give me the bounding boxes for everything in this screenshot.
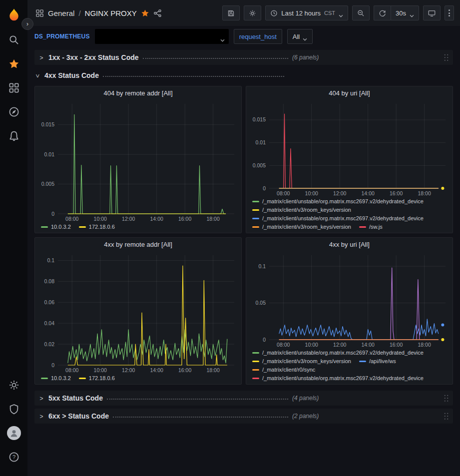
variable-label-text: request_host [239, 33, 277, 40]
chevron-down-icon [339, 11, 343, 14]
series-color-swatch [252, 361, 259, 362]
panel-title[interactable]: 4xx by uri [All] [246, 238, 453, 251]
more-options-kebab-icon[interactable] [445, 5, 454, 20]
row-drag-handle-icon[interactable] [444, 394, 449, 403]
legend-label: /_matrix/client/v3/room_keys/version [262, 224, 351, 230]
time-series-chart[interactable]: 00.020.040.060.080.108:0010:0012:0014:00… [35, 251, 241, 374]
legend-label: /api/live/ws [369, 358, 396, 364]
row-4xx[interactable]: > 4xx Status Code [34, 68, 453, 83]
legend-item[interactable]: /_matrix/client/unstable/org.matrix.msc2… [252, 198, 424, 204]
svg-text:08:00: 08:00 [277, 342, 290, 348]
row-title: 4xx Status Code [44, 71, 99, 79]
save-dashboard-button[interactable] [222, 5, 240, 20]
svg-text:0: 0 [51, 211, 54, 217]
legend-item[interactable]: /_matrix/client/v3/room_keys/version [252, 358, 351, 364]
time-series-chart[interactable]: 00.050.108:0010:0012:0014:0016:0018:00 [246, 251, 453, 349]
refresh-interval-dropdown[interactable]: 30s [391, 5, 419, 20]
legend-item[interactable]: /_matrix/client/unstable/org.matrix.msc2… [252, 215, 424, 221]
panel-legend: /_matrix/client/unstable/org.matrix.msc2… [246, 349, 453, 384]
row-collapse-chevron-icon: > [38, 395, 44, 402]
refresh-group: 30s [374, 5, 419, 20]
legend-item[interactable]: /api/live/ws [359, 358, 396, 364]
panel-4xx-by-uri: 4xx by uri [All] 00.050.108:0010:0012:00… [246, 237, 453, 385]
configuration-gear-icon[interactable] [0, 373, 27, 397]
svg-text:12:00: 12:00 [122, 216, 135, 222]
series-color-swatch [252, 352, 259, 354]
svg-text:12:00: 12:00 [333, 190, 346, 196]
svg-text:08:00: 08:00 [277, 190, 290, 196]
chevron-down-icon [303, 35, 307, 38]
share-icon[interactable] [153, 9, 162, 17]
legend-item[interactable]: /_matrix/client/v3/room_keys/version [252, 224, 351, 230]
refresh-interval-label: 30s [396, 9, 406, 17]
time-series-chart[interactable]: 00.0050.010.01508:0010:0012:0014:0016:00… [35, 100, 241, 223]
tv-mode-button[interactable] [423, 5, 441, 20]
panel-grid: 404 by remote addr [All] 00.0050.010.015… [34, 86, 453, 385]
legend-item[interactable]: /_matrix/client/unstable/org.matrix.msc2… [252, 375, 424, 381]
clock-icon [270, 9, 278, 17]
panel-title[interactable]: 404 by remote addr [All] [35, 86, 241, 100]
breadcrumb-folder[interactable]: General [48, 9, 74, 17]
refresh-button[interactable] [374, 5, 391, 20]
legend-item[interactable]: /_matrix/client/r0/sync [252, 367, 315, 373]
row-title: 6xx > Status Code [48, 412, 109, 420]
row-1xx-3xx-2xx[interactable]: > 1xx - 3xx - 2xx Status Code (6 panels) [34, 50, 453, 65]
request-host-variable-label[interactable]: request_host [234, 29, 282, 44]
row-drag-handle-icon[interactable] [444, 53, 449, 62]
explore-compass-icon[interactable] [0, 100, 27, 124]
row-6xx[interactable]: > 6xx > Status Code (2 panels) [34, 409, 453, 424]
series-color-swatch [41, 226, 48, 228]
series-color-swatch [41, 378, 48, 379]
svg-text:0.015: 0.015 [41, 121, 54, 127]
row-dotted-leader [107, 399, 288, 400]
svg-text:18:00: 18:00 [206, 367, 219, 373]
starred-dashboards-icon[interactable] [0, 52, 27, 76]
sidebar-expand-arrow-icon[interactable]: › [21, 18, 33, 30]
legend-label: /_matrix/client/r0/sync [262, 367, 315, 373]
grafana-app: › [0, 0, 460, 476]
server-admin-shield-icon[interactable] [0, 397, 27, 421]
time-range-picker[interactable]: Last 12 hours CST [265, 5, 348, 20]
datasource-variable-label[interactable]: DS_PROMETHEUS [34, 33, 90, 40]
user-avatar[interactable] [0, 421, 27, 445]
dashboard-settings-button[interactable] [244, 5, 261, 20]
save-icon [227, 9, 235, 17]
legend-item[interactable]: /_matrix/client/v3/room_keys/version [252, 207, 351, 213]
row-expand-chevron-icon: > [34, 73, 41, 79]
svg-text:18:00: 18:00 [206, 216, 219, 222]
row-title: 1xx - 3xx - 2xx Status Code [48, 53, 139, 61]
legend-label: 172.18.0.6 [89, 375, 115, 381]
zoom-out-button[interactable] [352, 5, 370, 20]
request-host-variable-select[interactable]: All [287, 29, 313, 44]
legend-label: /_matrix/client/v3/room_keys/version [262, 358, 351, 364]
series-color-swatch [359, 361, 366, 362]
datasource-select[interactable] [95, 29, 229, 44]
legend-item[interactable]: 172.18.0.6 [79, 224, 115, 230]
refresh-icon [379, 9, 386, 17]
help-icon[interactable]: ? [0, 445, 27, 469]
row-dotted-leader [103, 76, 284, 77]
panel-title[interactable]: 4xx by remote addr [All] [35, 238, 241, 251]
legend-item[interactable]: /_matrix/client/unstable/org.matrix.msc2… [252, 350, 424, 356]
svg-text:14:00: 14:00 [362, 190, 375, 196]
panel-title[interactable]: 404 by uri [All] [246, 86, 453, 100]
apps-grid-icon [35, 9, 44, 17]
legend-item[interactable]: 10.0.3.2 [41, 375, 71, 381]
breadcrumb-dashboard-title[interactable]: NGINX PROXY [85, 9, 137, 17]
svg-text:0.01: 0.01 [44, 151, 55, 157]
dashboards-icon[interactable] [0, 76, 27, 100]
time-series-chart[interactable]: 00.0050.010.01508:0010:0012:0014:0016:00… [246, 100, 453, 197]
row-drag-handle-icon[interactable] [444, 412, 449, 421]
legend-item[interactable]: 172.18.0.6 [79, 375, 115, 381]
svg-text:16:00: 16:00 [178, 216, 191, 222]
favorite-star-icon[interactable] [141, 9, 149, 17]
legend-item[interactable]: 10.0.3.2 [41, 224, 71, 230]
search-icon[interactable] [0, 28, 27, 52]
alerting-bell-icon[interactable] [0, 124, 27, 148]
monitor-icon [428, 9, 436, 17]
time-range-label: Last 12 hours [281, 9, 321, 17]
chart-svg: 00.0050.010.01508:0010:0012:0014:0016:00… [246, 100, 453, 197]
svg-text:?: ? [12, 454, 15, 460]
legend-item[interactable]: /sw.js [359, 224, 383, 230]
row-5xx[interactable]: > 5xx Status Code (4 panels) [34, 391, 453, 406]
